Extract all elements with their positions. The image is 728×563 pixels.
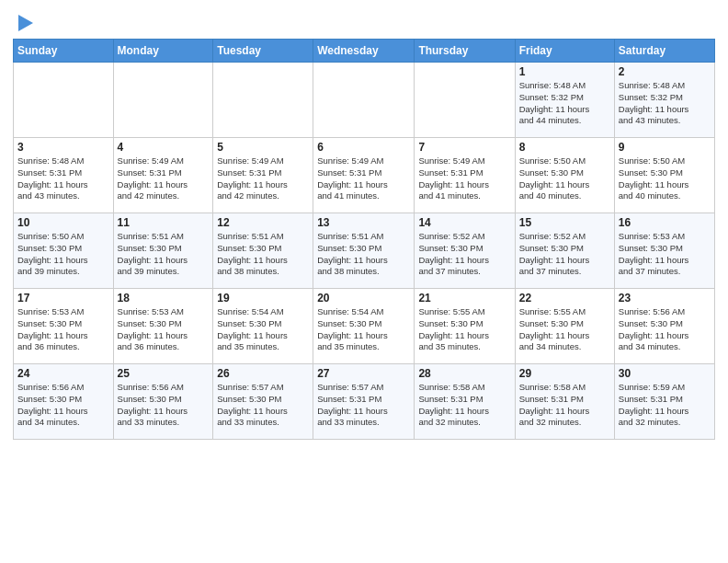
calendar-cell: 19Sunrise: 5:54 AMSunset: 5:30 PMDayligh… [213, 289, 313, 364]
day-info: Sunrise: 5:52 AMSunset: 5:30 PMDaylight:… [418, 231, 510, 278]
weekday-thursday: Thursday [415, 40, 515, 63]
calendar-cell: 11Sunrise: 5:51 AMSunset: 5:30 PMDayligh… [113, 213, 213, 289]
day-number: 18 [118, 292, 210, 304]
day-number: 10 [17, 216, 109, 229]
day-number: 12 [217, 216, 309, 229]
calendar-cell: 24Sunrise: 5:56 AMSunset: 5:30 PMDayligh… [14, 364, 114, 440]
day-info: Sunrise: 5:54 AMSunset: 5:30 PMDaylight:… [217, 306, 309, 353]
day-number: 16 [619, 216, 711, 229]
calendar-week-4: 24Sunrise: 5:56 AMSunset: 5:30 PMDayligh… [14, 364, 715, 440]
day-number: 21 [418, 292, 510, 304]
day-info: Sunrise: 5:51 AMSunset: 5:30 PMDaylight:… [317, 231, 410, 278]
day-info: Sunrise: 5:48 AMSunset: 5:32 PMDaylight:… [619, 80, 711, 127]
day-number: 15 [519, 216, 610, 229]
calendar-cell: 15Sunrise: 5:52 AMSunset: 5:30 PMDayligh… [515, 213, 614, 289]
day-number: 22 [519, 292, 610, 304]
calendar-cell: 3Sunrise: 5:48 AMSunset: 5:31 PMDaylight… [14, 138, 114, 213]
calendar-cell: 22Sunrise: 5:55 AMSunset: 5:30 PMDayligh… [515, 289, 614, 364]
day-number: 23 [619, 292, 711, 304]
calendar-body: 1Sunrise: 5:48 AMSunset: 5:32 PMDaylight… [14, 63, 715, 440]
day-info: Sunrise: 5:57 AMSunset: 5:31 PMDaylight:… [317, 382, 410, 429]
day-number: 24 [17, 367, 109, 380]
calendar-cell [213, 63, 313, 138]
day-info: Sunrise: 5:49 AMSunset: 5:31 PMDaylight:… [217, 155, 309, 202]
svg-marker-0 [18, 15, 33, 31]
calendar-header: SundayMondayTuesdayWednesdayThursdayFrid… [14, 40, 715, 63]
calendar-cell: 14Sunrise: 5:52 AMSunset: 5:30 PMDayligh… [415, 213, 515, 289]
calendar-cell: 26Sunrise: 5:57 AMSunset: 5:30 PMDayligh… [213, 364, 313, 440]
logo-icon [15, 13, 35, 33]
day-info: Sunrise: 5:48 AMSunset: 5:31 PMDaylight:… [17, 155, 109, 202]
day-info: Sunrise: 5:50 AMSunset: 5:30 PMDaylight:… [619, 155, 711, 202]
weekday-sunday: Sunday [14, 40, 114, 63]
day-info: Sunrise: 5:56 AMSunset: 5:30 PMDaylight:… [17, 382, 109, 429]
day-info: Sunrise: 5:53 AMSunset: 5:30 PMDaylight:… [619, 231, 711, 278]
calendar-cell: 21Sunrise: 5:55 AMSunset: 5:30 PMDayligh… [415, 289, 515, 364]
day-info: Sunrise: 5:55 AMSunset: 5:30 PMDaylight:… [418, 306, 510, 353]
calendar-week-2: 10Sunrise: 5:50 AMSunset: 5:30 PMDayligh… [14, 213, 715, 289]
day-number: 11 [118, 216, 210, 229]
day-info: Sunrise: 5:58 AMSunset: 5:31 PMDaylight:… [418, 382, 510, 429]
calendar-cell: 10Sunrise: 5:50 AMSunset: 5:30 PMDayligh… [14, 213, 114, 289]
day-info: Sunrise: 5:58 AMSunset: 5:31 PMDaylight:… [519, 382, 610, 429]
calendar-cell: 1Sunrise: 5:48 AMSunset: 5:32 PMDaylight… [515, 63, 614, 138]
calendar-cell [415, 63, 515, 138]
calendar-cell: 12Sunrise: 5:51 AMSunset: 5:30 PMDayligh… [213, 213, 313, 289]
day-number: 17 [17, 292, 109, 304]
calendar-week-3: 17Sunrise: 5:53 AMSunset: 5:30 PMDayligh… [14, 289, 715, 364]
calendar-cell: 23Sunrise: 5:56 AMSunset: 5:30 PMDayligh… [614, 289, 714, 364]
day-info: Sunrise: 5:49 AMSunset: 5:31 PMDaylight:… [317, 155, 410, 202]
day-number: 1 [519, 65, 610, 78]
logo [13, 13, 35, 33]
day-number: 14 [418, 216, 510, 229]
calendar-cell: 18Sunrise: 5:53 AMSunset: 5:30 PMDayligh… [113, 289, 213, 364]
calendar-cell: 30Sunrise: 5:59 AMSunset: 5:31 PMDayligh… [614, 364, 714, 440]
day-number: 8 [519, 141, 610, 154]
day-info: Sunrise: 5:57 AMSunset: 5:30 PMDaylight:… [217, 382, 309, 429]
calendar-cell [113, 63, 213, 138]
day-number: 9 [619, 141, 711, 154]
day-info: Sunrise: 5:50 AMSunset: 5:30 PMDaylight:… [17, 231, 109, 278]
calendar-cell [14, 63, 114, 138]
calendar-cell: 6Sunrise: 5:49 AMSunset: 5:31 PMDaylight… [313, 138, 415, 213]
weekday-saturday: Saturday [614, 40, 714, 63]
day-info: Sunrise: 5:54 AMSunset: 5:30 PMDaylight:… [317, 306, 410, 353]
calendar-table: SundayMondayTuesdayWednesdayThursdayFrid… [13, 39, 715, 440]
day-info: Sunrise: 5:53 AMSunset: 5:30 PMDaylight:… [118, 306, 210, 353]
calendar-cell: 7Sunrise: 5:49 AMSunset: 5:31 PMDaylight… [415, 138, 515, 213]
calendar-cell: 20Sunrise: 5:54 AMSunset: 5:30 PMDayligh… [313, 289, 415, 364]
calendar-cell: 2Sunrise: 5:48 AMSunset: 5:32 PMDaylight… [614, 63, 714, 138]
calendar-cell: 27Sunrise: 5:57 AMSunset: 5:31 PMDayligh… [313, 364, 415, 440]
day-number: 6 [317, 141, 410, 154]
day-number: 3 [17, 141, 109, 154]
calendar-cell [313, 63, 415, 138]
day-info: Sunrise: 5:56 AMSunset: 5:30 PMDaylight:… [118, 382, 210, 429]
day-number: 26 [217, 367, 309, 380]
weekday-monday: Monday [113, 40, 213, 63]
day-number: 2 [619, 65, 711, 78]
day-info: Sunrise: 5:59 AMSunset: 5:31 PMDaylight:… [619, 382, 711, 429]
calendar-cell: 13Sunrise: 5:51 AMSunset: 5:30 PMDayligh… [313, 213, 415, 289]
day-number: 27 [317, 367, 410, 380]
day-info: Sunrise: 5:50 AMSunset: 5:30 PMDaylight:… [519, 155, 610, 202]
day-info: Sunrise: 5:55 AMSunset: 5:30 PMDaylight:… [519, 306, 610, 353]
day-number: 30 [619, 367, 711, 380]
day-number: 20 [317, 292, 410, 304]
day-number: 19 [217, 292, 309, 304]
day-number: 7 [418, 141, 510, 154]
day-number: 29 [519, 367, 610, 380]
calendar-cell: 5Sunrise: 5:49 AMSunset: 5:31 PMDaylight… [213, 138, 313, 213]
calendar-cell: 8Sunrise: 5:50 AMSunset: 5:30 PMDaylight… [515, 138, 614, 213]
weekday-header-row: SundayMondayTuesdayWednesdayThursdayFrid… [14, 40, 715, 63]
calendar-cell: 29Sunrise: 5:58 AMSunset: 5:31 PMDayligh… [515, 364, 614, 440]
day-info: Sunrise: 5:49 AMSunset: 5:31 PMDaylight:… [118, 155, 210, 202]
day-info: Sunrise: 5:53 AMSunset: 5:30 PMDaylight:… [17, 306, 109, 353]
day-info: Sunrise: 5:51 AMSunset: 5:30 PMDaylight:… [217, 231, 309, 278]
day-number: 28 [418, 367, 510, 380]
day-info: Sunrise: 5:48 AMSunset: 5:32 PMDaylight:… [519, 80, 610, 127]
day-number: 25 [118, 367, 210, 380]
day-info: Sunrise: 5:49 AMSunset: 5:31 PMDaylight:… [418, 155, 510, 202]
day-info: Sunrise: 5:56 AMSunset: 5:30 PMDaylight:… [619, 306, 711, 353]
weekday-friday: Friday [515, 40, 614, 63]
calendar-week-0: 1Sunrise: 5:48 AMSunset: 5:32 PMDaylight… [14, 63, 715, 138]
